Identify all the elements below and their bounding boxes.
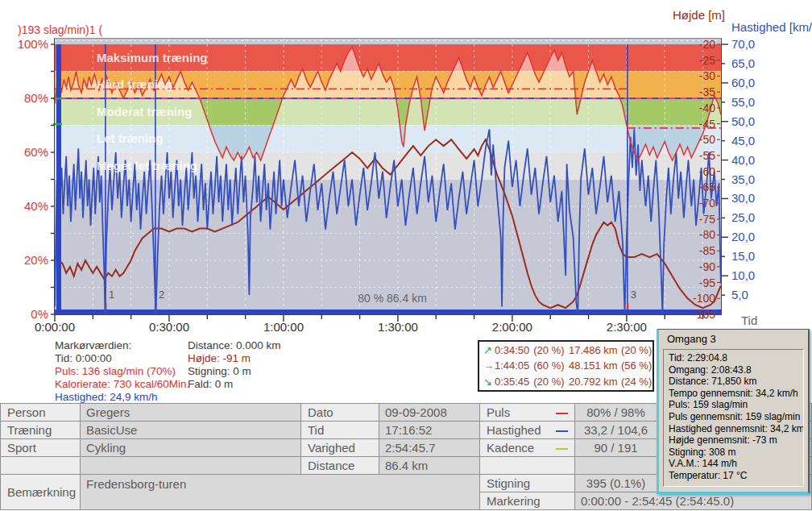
svg-text:-75: -75 (699, 213, 715, 226)
marker-time: Tid: 0:00:00 (55, 352, 189, 365)
svg-text:55,0: 55,0 (731, 95, 755, 109)
svg-text:70,0: 70,0 (731, 37, 755, 51)
table-label-empty-right (479, 456, 575, 475)
lap-tooltip-title: Omgang 3 (667, 333, 808, 345)
ascent-distance-pct: (20 %) (621, 344, 652, 356)
training-graph[interactable]: 1230:00:000:30:001:00:001:30:002:00:002:… (0, 0, 812, 339)
table-value-distance: 86.4 km (379, 456, 480, 475)
table-value-time: 17:16:52 (379, 421, 480, 439)
table-value-date: 09-09-2008 (379, 403, 480, 422)
table-value-training: BasicUse (80, 421, 301, 439)
descent-distance-pct: (24 %) (621, 376, 652, 388)
svg-text:60%: 60% (24, 145, 48, 159)
svg-text:-25: -25 (699, 54, 715, 67)
tooltip-lap-time: Omgang: 2:08:43.8 (669, 364, 798, 376)
svg-text:-95: -95 (699, 276, 715, 289)
svg-text:Tid: Tid (741, 314, 757, 327)
svg-text:80 % 86.4 km: 80 % 86.4 km (358, 292, 427, 305)
table-value-remark: Fredensborg-turen (80, 474, 480, 510)
marker-speed: Hastighed: 24,9 km/h (55, 391, 189, 404)
tooltip-temperature: Temperatur: 17 °C (669, 470, 798, 482)
svg-text:3: 3 (631, 289, 636, 301)
table-label-remark: Bemærkning (0, 474, 81, 510)
table-label-ascent: Stigning (479, 474, 575, 492)
svg-text:0:30:00: 0:30:00 (149, 320, 189, 334)
svg-text:-90: -90 (699, 260, 715, 273)
table-label-training: Træning (0, 421, 81, 439)
tooltip-tempo-avg: Tempo gennemsnit: 34,2 km/h (669, 388, 798, 400)
svg-text:-35: -35 (699, 85, 715, 98)
table-label-marking: Markering (479, 492, 575, 510)
flat-time-pct: (60 %) (533, 359, 569, 372)
svg-text:40%: 40% (24, 199, 48, 213)
table-value-sport: Cykling (80, 438, 301, 457)
table-label-distance: Distance (300, 456, 379, 475)
table-value-duration: 2:54:45.7 (379, 438, 480, 457)
table-label-date: Dato (300, 403, 379, 422)
lap-tooltip: Omgang 3 Tid: 2:29:04.8 Omgang: 2:08:43.… (657, 329, 810, 494)
table-label-time: Tid (300, 421, 379, 439)
flat-distance-pct: (56 %) (621, 359, 652, 372)
svg-text:30,0: 30,0 (731, 191, 755, 205)
speed-legend-dash (556, 430, 568, 432)
svg-text:2: 2 (159, 289, 164, 301)
descent-arrow-icon: ↘ (483, 376, 495, 388)
svg-text:1: 1 (109, 289, 114, 301)
marker-elevation: Højde: -91 m (188, 352, 281, 365)
tooltip-time: Tid: 2:29:04.8 (669, 352, 798, 364)
tooltip-elevation-avg: Højde gennemsnit: -73 m (669, 434, 798, 447)
descent-time-pct: (20 %) (533, 376, 569, 388)
svg-text:2:30:00: 2:30:00 (607, 320, 647, 334)
svg-text:1:00:00: 1:00:00 (263, 320, 304, 334)
svg-text:0%: 0% (31, 307, 48, 321)
tooltip-pulse-avg: Puls gennemsnit: 159 slag/min (669, 411, 798, 423)
svg-text:0:00:00: 0:00:00 (35, 320, 75, 334)
pulse-legend-dash (556, 413, 568, 414)
table-label-pulse: Puls (479, 403, 575, 422)
svg-text:20,0: 20,0 (731, 230, 755, 243)
table-value-person: Gregers (80, 403, 301, 422)
svg-text:10,0: 10,0 (731, 268, 755, 282)
ascent-distance: 17.486 km (569, 344, 621, 356)
flat-distance: 48.151 km (569, 359, 621, 372)
cadence-legend-dash (556, 448, 568, 450)
svg-text:1:30:00: 1:30:00 (378, 320, 418, 334)
marker-ascent: Stigning: 0 m (188, 365, 281, 378)
svg-text:-40: -40 (699, 102, 715, 114)
tooltip-speed-avg: Hastighed gennemsnit: 34,2 km/h (669, 423, 798, 435)
svg-text:45,0: 45,0 (731, 134, 755, 147)
svg-text:-20: -20 (699, 38, 715, 51)
marker-values-column-1: Markørværdien: Tid: 0:00:00 Puls: 136 sl… (55, 339, 189, 404)
descent-distance: 20.792 km (569, 376, 621, 388)
svg-text:-100: -100 (693, 292, 715, 305)
svg-text:-85: -85 (699, 244, 715, 257)
svg-text:65,0: 65,0 (731, 56, 755, 70)
ascent-arrow-icon: ↗ (483, 344, 495, 356)
svg-text:Moderat træning: Moderat træning (97, 105, 192, 118)
training-software-window: 1230:00:000:30:001:00:001:30:002:00:002:… (0, 0, 812, 511)
marker-values-column-2: Distance: 0.000 km Højde: -91 m Stigning… (188, 339, 281, 391)
svg-text:100%: 100% (18, 37, 48, 51)
svg-text:60,0: 60,0 (731, 76, 755, 89)
flat-time: 1:44:05 (495, 359, 533, 372)
ascent-time-pct: (20 %) (533, 344, 569, 356)
marker-calorie-rate: Kalorierate: 730 kcal/60Min. (55, 378, 189, 391)
flat-arrow-icon: → (483, 359, 495, 372)
svg-text:50,0: 50,0 (731, 114, 755, 128)
table-value-speed: 33,2 / 104,6 (574, 421, 657, 439)
ascent-time: 0:34:50 (495, 344, 533, 356)
svg-text:-50: -50 (699, 133, 715, 146)
table-value-pulse: 80% / 98% (574, 403, 657, 422)
ascent-flat-descent-summary: ↗ 0:34:50 (20 %) 17.486 km (20 %) → 1:44… (478, 340, 654, 392)
svg-text:5,0: 5,0 (731, 288, 748, 301)
table-label-sport: Sport (0, 438, 81, 457)
speed-label-text: Hastighed (487, 423, 541, 437)
descent-time: 0:35:45 (495, 376, 533, 388)
svg-text:Maksimum træning: Maksimum træning (97, 51, 208, 64)
lap-tooltip-body: Tid: 2:29:04.8 Omgang: 2:08:43.8 Distanc… (663, 349, 804, 487)
svg-text:-60: -60 (699, 165, 715, 178)
svg-text:-105: -105 (693, 308, 715, 321)
svg-text:-65: -65 (699, 181, 715, 193)
tooltip-ascent: Stigning: 308 m (669, 447, 798, 459)
marker-distance: Distance: 0.000 km (188, 339, 281, 352)
